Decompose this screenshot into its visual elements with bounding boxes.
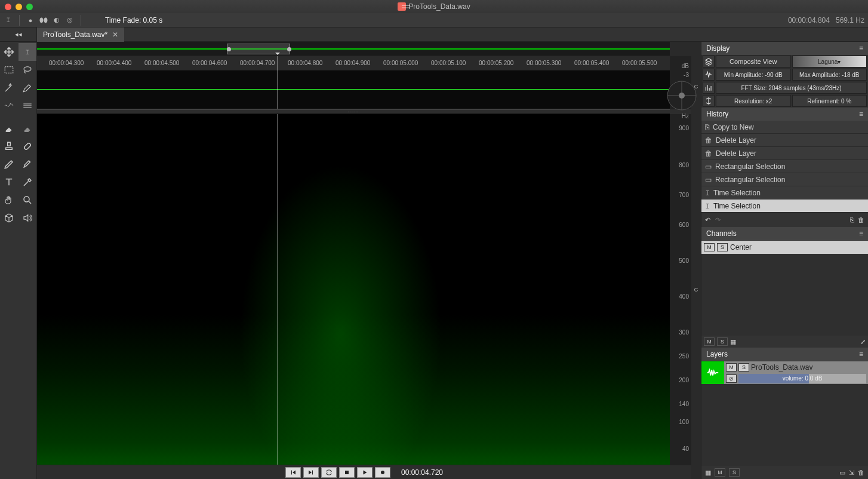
history-item[interactable]: ▭Rectangular Selection: [701, 173, 868, 186]
play-button[interactable]: [357, 467, 373, 478]
history-item[interactable]: 🗑Delete Layer: [701, 147, 868, 160]
ruler-tick: 00:00:04.700: [240, 60, 275, 66]
spectrogram-view[interactable]: [37, 114, 670, 479]
record-button[interactable]: [375, 467, 390, 478]
text-tool[interactable]: [0, 173, 19, 191]
contrast-icon[interactable]: ◐: [52, 16, 61, 25]
mute-button[interactable]: M: [704, 243, 715, 251]
playhead[interactable]: [278, 56, 278, 109]
skip-back-button[interactable]: [285, 467, 301, 478]
channels-panel-header[interactable]: Channels≡: [701, 227, 868, 240]
ruler-tick: 00:00:05.500: [622, 60, 657, 66]
layers-icon[interactable]: [703, 56, 715, 67]
composite-view-button[interactable]: Composite View: [716, 56, 791, 67]
stop-button[interactable]: [339, 467, 355, 478]
trash-icon[interactable]: 🗑: [858, 469, 864, 477]
brush-tool[interactable]: [19, 155, 37, 173]
max-amplitude-field[interactable]: Max Amplitude: -18 dB: [792, 69, 867, 81]
pencil-tool[interactable]: [0, 155, 19, 173]
mute-all-button[interactable]: M: [715, 468, 725, 477]
ibeam-tool[interactable]: 𝙸: [19, 43, 37, 61]
speaker-tool[interactable]: [19, 209, 37, 227]
layer-thumbnail[interactable]: [701, 361, 724, 384]
eraser-soft-tool[interactable]: [19, 119, 37, 137]
svg-point-9: [381, 471, 384, 474]
solo-all-button[interactable]: S: [729, 468, 740, 477]
link-icon[interactable]: ⬮⬮: [39, 16, 48, 25]
move-tool[interactable]: [0, 43, 19, 61]
display-panel-header[interactable]: Display≡: [701, 42, 868, 55]
rewind-panel[interactable]: ◂◂: [0, 27, 37, 42]
fft-size-field[interactable]: FFT Size: 2048 samples (43ms/23Hz): [716, 82, 867, 94]
marquee-tool[interactable]: [0, 61, 19, 79]
history-item[interactable]: 🗑Delete Layer: [701, 134, 868, 147]
panel-menu-icon[interactable]: ≡: [859, 350, 863, 358]
overview-handle-left[interactable]: [227, 47, 231, 51]
expand-icon[interactable]: ⤢: [860, 338, 866, 346]
skip-forward-button[interactable]: [303, 467, 319, 478]
overview-strip[interactable]: [37, 42, 670, 56]
harmonics-tool[interactable]: [19, 97, 37, 115]
wand-tool[interactable]: [0, 79, 19, 97]
amplitude-icon[interactable]: [703, 69, 715, 81]
panel-menu-icon[interactable]: ≡: [859, 110, 863, 118]
grid-icon[interactable]: ▦: [730, 338, 736, 346]
overview-handle-right[interactable]: [287, 47, 291, 51]
zoom-tool[interactable]: [19, 191, 37, 209]
record-icon[interactable]: ●: [26, 16, 35, 25]
heal-tool[interactable]: [19, 137, 37, 155]
solo-all-button[interactable]: S: [717, 337, 728, 346]
redo-icon[interactable]: ↷: [715, 216, 721, 224]
db-top: -3: [670, 70, 691, 79]
mute-button[interactable]: M: [726, 363, 737, 371]
pane-splitter[interactable]: ∙∙∙∙∙∙: [37, 109, 670, 114]
layer-row[interactable]: M S ProTools_Data.wav ⊘ volume: 0.0 dB: [701, 361, 868, 384]
solo-button[interactable]: S: [738, 363, 749, 371]
layers-panel-header[interactable]: Layers≡: [701, 348, 868, 361]
loop-button[interactable]: [321, 467, 337, 478]
brush-select-tool[interactable]: [19, 79, 37, 97]
eraser-tool[interactable]: [0, 119, 19, 137]
min-amplitude-field[interactable]: Min Amplitude: -90 dB: [716, 69, 791, 81]
history-item[interactable]: ⎘Copy to New: [701, 121, 868, 134]
hz-mark: 100: [679, 419, 689, 425]
document-tab[interactable]: ProTools_Data.wav* ✕: [37, 27, 124, 42]
colormap-selector[interactable]: Laguna ▾: [792, 56, 867, 67]
eyedropper-tool[interactable]: [19, 173, 37, 191]
hand-tool[interactable]: [0, 191, 19, 209]
undo-icon[interactable]: ↶: [705, 216, 710, 224]
merge-icon[interactable]: ⇲: [849, 469, 854, 477]
fft-icon[interactable]: [703, 82, 715, 94]
stamp-tool[interactable]: [0, 137, 19, 155]
overview-selection[interactable]: [227, 44, 290, 54]
waveform-view[interactable]: [37, 70, 670, 109]
time-ruler[interactable]: 00:00:04.300 00:00:04.400 00:00:04.500 0…: [37, 56, 670, 70]
channel-row[interactable]: M S Center: [701, 241, 868, 254]
panel-menu-icon[interactable]: ≡: [859, 229, 863, 238]
lock-button[interactable]: ⊘: [726, 374, 737, 383]
solo-button[interactable]: S: [717, 243, 728, 251]
resolution-field[interactable]: Resolution: x2: [716, 95, 791, 107]
cube-tool[interactable]: [0, 209, 19, 227]
lasso-tool[interactable]: [19, 61, 37, 79]
trash-icon: 🗑: [705, 136, 712, 145]
history-item[interactable]: ▭Rectangular Selection: [701, 160, 868, 173]
refinement-field[interactable]: Refinement: 0 %: [792, 95, 867, 107]
surround-widget[interactable]: [665, 79, 698, 112]
history-item[interactable]: 𝙸Time Selection: [701, 186, 868, 199]
mute-all-button[interactable]: M: [704, 337, 715, 346]
eye-icon[interactable]: ◎: [65, 16, 75, 25]
history-item[interactable]: 𝙸Time Selection: [701, 199, 868, 213]
freq-select-tool[interactable]: [0, 97, 19, 115]
new-layer-icon[interactable]: ▭: [839, 469, 845, 477]
playhead[interactable]: [278, 114, 278, 479]
grid-icon[interactable]: ▦: [705, 469, 711, 477]
close-tab-icon[interactable]: ✕: [112, 30, 118, 39]
history-panel-header[interactable]: History≡: [701, 108, 868, 121]
duplicate-icon[interactable]: ⎘: [850, 216, 854, 223]
resolution-icon[interactable]: [703, 95, 715, 107]
panel-menu-icon[interactable]: ≡: [859, 44, 863, 53]
trash-icon[interactable]: 🗑: [858, 216, 864, 223]
volume-slider[interactable]: volume: 0.0 dB: [738, 374, 866, 383]
cursor-mode-icon[interactable]: 𝙸: [4, 16, 13, 25]
